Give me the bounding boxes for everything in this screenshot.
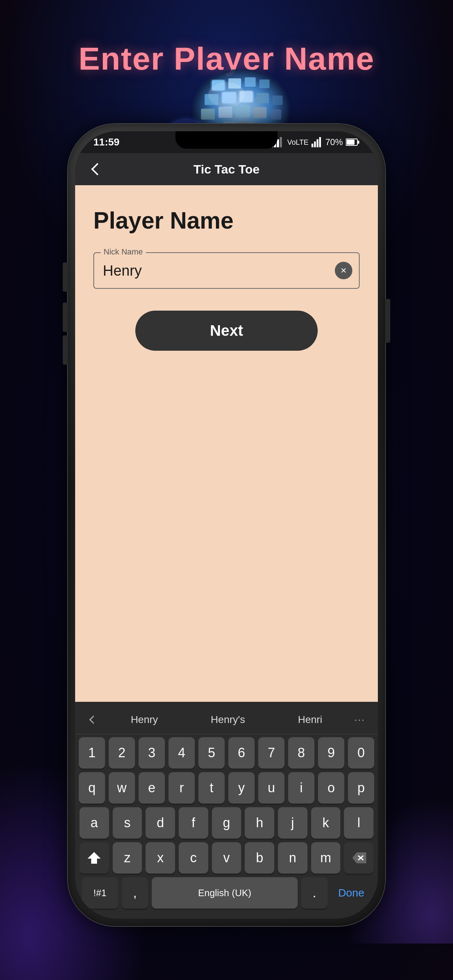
svg-rect-6 [222,92,236,103]
key-a[interactable]: a [80,807,109,838]
nick-name-input[interactable] [93,252,360,289]
key-i[interactable]: i [288,772,314,803]
key-l[interactable]: l [344,807,373,838]
svg-rect-12 [236,106,250,118]
comma-key[interactable]: , [122,877,148,908]
nick-name-input-wrapper: Nick Name × [93,252,360,289]
key-j[interactable]: j [278,807,308,838]
svg-rect-1 [212,80,225,91]
phone-wrapper: 11:59 VoLTE [68,124,385,926]
svg-rect-25 [311,144,313,147]
page-title: Enter Player Name [0,40,453,77]
key-row-asdf: a s d f g h j k l [80,807,373,838]
svg-rect-28 [319,137,321,147]
suggestion-2[interactable]: Henry's [204,711,252,729]
svg-rect-11 [219,107,232,118]
symbol-key[interactable]: !#1 [82,877,118,908]
key-0[interactable]: 0 [348,737,374,768]
key-q[interactable]: q [79,772,105,803]
player-name-heading: Player Name [93,207,360,234]
key-h[interactable]: h [245,807,274,838]
next-button-label: Next [210,322,243,339]
volte-label: VoLTE [287,138,309,146]
back-button[interactable] [88,160,107,178]
suggestion-3[interactable]: Henri [291,711,330,729]
page-title-area: Enter Player Name [0,40,453,77]
key-2[interactable]: 2 [109,737,135,768]
clear-icon: × [341,266,346,275]
nick-name-label: Nick Name [100,247,146,257]
status-icons: VoLTE 70% [271,137,360,147]
signal2-icon [311,137,322,147]
autocomplete-suggestions: Henry Henry's Henri [104,711,349,729]
key-row-zxcv: z x c v b n m [80,842,373,873]
svg-rect-13 [254,107,266,118]
key-s[interactable]: s [113,807,142,838]
key-m[interactable]: m [311,842,341,873]
svg-rect-14 [270,110,281,119]
key-b[interactable]: b [245,842,274,873]
key-p[interactable]: p [348,772,374,803]
key-1[interactable]: 1 [79,737,105,768]
key-9[interactable]: 9 [318,737,344,768]
key-z[interactable]: z [113,842,142,873]
key-x[interactable]: x [145,842,175,873]
svg-rect-4 [259,80,270,88]
key-t[interactable]: t [198,772,225,803]
key-k[interactable]: k [311,807,341,838]
key-v[interactable]: v [212,842,241,873]
svg-rect-2 [228,78,241,89]
next-button[interactable]: Next [135,310,318,351]
svg-marker-32 [88,852,100,864]
key-3[interactable]: 3 [139,737,165,768]
svg-rect-23 [277,139,279,147]
key-n[interactable]: n [278,842,308,873]
keyboard-rows: 1 2 3 4 5 6 7 8 9 0 q w [75,734,378,912]
key-o[interactable]: o [318,772,344,803]
period-key[interactable]: . [301,877,327,908]
svg-point-19 [208,82,245,108]
app-content: Player Name Nick Name × Next [75,185,378,702]
key-4[interactable]: 4 [169,737,195,768]
key-w[interactable]: w [109,772,135,803]
svg-rect-3 [245,77,256,87]
key-8[interactable]: 8 [288,737,314,768]
key-7[interactable]: 7 [258,737,284,768]
svg-rect-24 [280,137,282,147]
key-d[interactable]: d [145,807,175,838]
key-row-qwerty: q w e r t y u i o p [80,772,373,803]
key-6[interactable]: 6 [228,737,255,768]
back-chevron-icon [91,163,104,175]
key-r[interactable]: r [169,772,195,803]
clear-input-button[interactable]: × [335,262,353,279]
svg-rect-26 [314,142,316,147]
shift-icon [88,851,100,864]
svg-rect-27 [317,139,318,147]
battery-icon [346,138,360,146]
autocomplete-back-icon [89,716,98,724]
svg-rect-8 [257,93,269,103]
svg-rect-31 [346,140,354,145]
key-u[interactable]: u [258,772,284,803]
autocomplete-back-button[interactable] [83,711,104,729]
battery-level: 70% [325,137,343,147]
key-f[interactable]: f [179,807,208,838]
app-header: Tic Tac Toe [75,153,378,185]
key-c[interactable]: c [179,842,208,873]
autocomplete-more-button[interactable]: ··· [349,711,370,729]
key-g[interactable]: g [212,807,241,838]
key-5[interactable]: 5 [198,737,225,768]
phone-outer: 11:59 VoLTE [68,124,385,926]
keyboard-area: Henry Henry's Henri ··· 1 2 3 4 5 [75,702,378,919]
space-key[interactable]: English (UK) [152,877,298,908]
shift-key[interactable] [80,842,109,873]
status-time: 11:59 [93,136,120,148]
done-key[interactable]: Done [331,877,371,908]
key-row-bottom: !#1 , English (UK) . Done [80,877,373,908]
suggestion-1[interactable]: Henry [123,711,165,729]
autocomplete-bar: Henry Henry's Henri ··· [75,705,378,734]
backspace-key[interactable] [344,842,373,873]
key-e[interactable]: e [139,772,165,803]
key-y[interactable]: y [228,772,255,803]
backspace-icon [352,853,366,863]
